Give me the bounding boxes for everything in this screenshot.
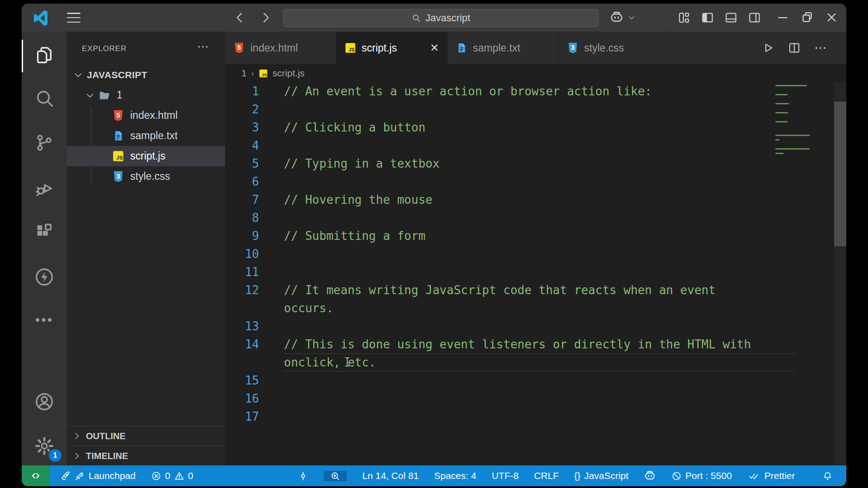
code-line-15[interactable]: 15 — [225, 371, 846, 389]
code-line-13[interactable]: 13 — [225, 317, 846, 335]
code-editor[interactable]: 1// An event is a user action or browser… — [225, 82, 846, 465]
code-line-6[interactable]: 6 — [225, 173, 846, 191]
window-close-button[interactable] — [825, 10, 839, 24]
minimap-line — [775, 121, 788, 122]
breadcrumb-folder[interactable]: 1 — [241, 68, 247, 79]
tab-label: index.html — [250, 42, 298, 54]
eol-status[interactable]: CRLF — [534, 470, 559, 481]
remote-icon — [30, 470, 41, 481]
active-view-indicator — [22, 40, 23, 72]
nav-back-icon[interactable] — [232, 10, 247, 25]
port-status[interactable]: Port : 5500 — [671, 470, 732, 481]
line-number: 5 — [225, 155, 259, 173]
tab-index.html[interactable]: 5index.html — [225, 32, 336, 64]
code-line-10[interactable]: 10 — [225, 245, 846, 263]
toggle-panel-icon[interactable] — [724, 11, 738, 24]
nav-forward-icon[interactable] — [259, 10, 273, 25]
line-number — [225, 353, 259, 371]
minimap-line — [775, 135, 810, 136]
launchpad-status[interactable]: Launchpad — [61, 470, 136, 481]
breadcrumb[interactable]: 1 › JS script.js — [225, 64, 846, 82]
editor-more-actions-icon[interactable]: ⋯ — [814, 41, 827, 55]
split-editor-icon[interactable] — [788, 41, 801, 55]
screencast-indicator[interactable] — [298, 471, 308, 481]
titlebar: Javascript — [22, 4, 846, 32]
notifications-status[interactable] — [822, 471, 833, 481]
scrollbar-slider[interactable] — [834, 102, 846, 246]
tree-folder-1[interactable]: 1 — [67, 85, 243, 105]
window-minimize-button[interactable] — [776, 10, 790, 24]
tab-style.css[interactable]: 3style.css — [559, 32, 670, 64]
command-center-search[interactable]: Javascript — [283, 9, 599, 27]
js-file-icon: JS — [259, 69, 268, 78]
toggle-primary-sidebar-icon[interactable] — [701, 11, 714, 24]
copilot-status[interactable] — [644, 470, 656, 482]
line-number: 6 — [225, 173, 259, 191]
outline-section[interactable]: OUTLINE — [67, 426, 225, 446]
source-control-icon[interactable] — [34, 132, 55, 153]
double-check-icon — [747, 471, 761, 481]
code-line-9[interactable]: 9// Submitting a form — [225, 227, 846, 245]
account-icon[interactable] — [34, 391, 55, 412]
code-line-1[interactable]: 1// An event is a user action or browser… — [225, 82, 846, 100]
chevron-down-icon — [627, 14, 636, 22]
code-line-7[interactable]: 7// Hovering the mouse — [225, 191, 846, 209]
code-line-16[interactable]: 16 — [225, 389, 846, 408]
more-views-icon[interactable]: ••• — [34, 315, 55, 336]
activity-bar: ••• 1 — [22, 32, 67, 465]
close-tab-icon[interactable]: ✕ — [425, 42, 439, 54]
explorer-icon[interactable] — [34, 45, 55, 66]
code-line-wrap[interactable]: occurs. — [225, 299, 846, 317]
code-line-14[interactable]: 14// This is done using event listeners … — [225, 335, 846, 353]
live-server-icon[interactable] — [34, 267, 55, 287]
remote-indicator[interactable] — [22, 465, 50, 486]
copilot-menu[interactable] — [609, 10, 636, 25]
encoding-status[interactable]: UTF-8 — [492, 470, 519, 481]
breadcrumb-file[interactable]: script.js — [273, 68, 305, 79]
customize-layout-icon[interactable] — [677, 11, 691, 24]
indentation-status[interactable]: Spaces: 4 — [434, 470, 476, 481]
code-line-3[interactable]: 3// Clicking a button — [225, 118, 846, 136]
file-name: script.js — [130, 150, 165, 162]
search-view-icon[interactable] — [34, 89, 55, 109]
chevron-right-icon — [72, 432, 81, 441]
zoom-status[interactable] — [324, 471, 347, 481]
code-text: // Hovering the mouse — [284, 191, 433, 209]
svg-text:3: 3 — [116, 173, 120, 180]
prettier-status[interactable]: Prettier — [747, 470, 795, 481]
code-line-2[interactable]: 2 — [225, 100, 846, 118]
workbench: ••• 1 EXPLORER ⋯ JAVASCRIPT 1 5index.htm… — [22, 32, 846, 465]
code-line-12[interactable]: 12// It means writing JavaScript code th… — [225, 281, 846, 299]
code-line-17[interactable]: 17 — [225, 408, 846, 426]
tab-script.js[interactable]: JSscript.js✕ — [336, 32, 448, 64]
timeline-section[interactable]: TIMELINE — [67, 446, 225, 466]
vertical-scrollbar[interactable] — [834, 82, 846, 465]
line-number: 7 — [225, 191, 259, 209]
problems-status[interactable]: 0 0 — [151, 470, 193, 481]
tree-root-javascript[interactable]: JAVASCRIPT — [67, 65, 231, 85]
html-file-icon: 5 — [112, 109, 124, 122]
breadcrumb-separator-icon: › — [251, 69, 254, 78]
cursor-position-status[interactable]: Ln 14, Col 81 — [362, 470, 419, 481]
code-line-11[interactable]: 11 — [225, 263, 846, 281]
code-line-4[interactable]: 4 — [225, 136, 846, 155]
ban-icon — [671, 471, 682, 481]
explorer-actions-icon[interactable]: ⋯ — [197, 40, 209, 54]
language-status[interactable]: {} JavaScript — [574, 470, 628, 481]
minimap[interactable] — [775, 85, 811, 266]
css-file-icon: 3 — [567, 42, 579, 54]
tab-sample.txt[interactable]: sample.txt — [448, 32, 559, 64]
extensions-icon[interactable] — [34, 221, 55, 242]
folder-open-icon — [99, 89, 111, 101]
code-line-5[interactable]: 5// Typing in a textbox — [225, 155, 846, 173]
run-debug-icon[interactable] — [34, 177, 55, 198]
toggle-secondary-sidebar-icon[interactable] — [748, 11, 761, 24]
explorer-sidebar: EXPLORER ⋯ JAVASCRIPT 1 5index.htmlsampl… — [67, 32, 225, 465]
svg-text:3: 3 — [571, 44, 575, 51]
code-line-8[interactable]: 8 — [225, 209, 846, 227]
window-restore-button[interactable] — [800, 10, 814, 24]
run-file-icon[interactable] — [761, 41, 775, 55]
error-count: 0 — [165, 470, 170, 481]
code-line-wrap[interactable]: onclick, etc. — [225, 353, 846, 371]
menu-hamburger-icon[interactable] — [67, 13, 80, 23]
